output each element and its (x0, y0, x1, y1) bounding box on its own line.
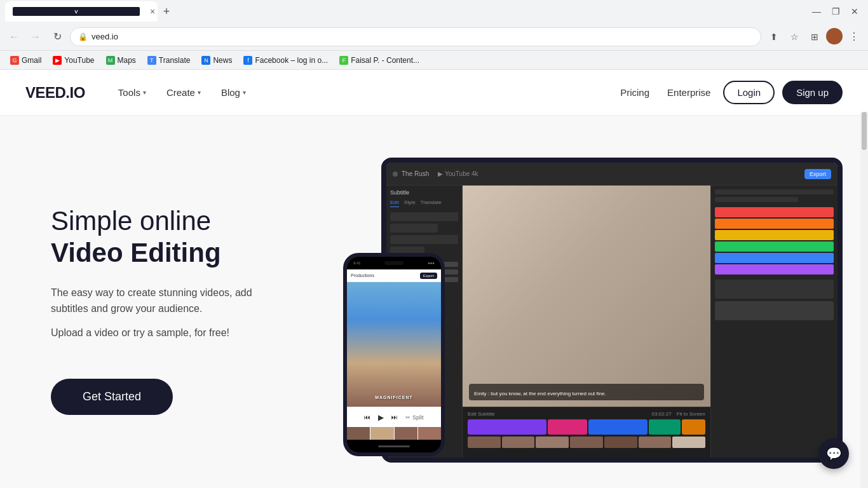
editor-center-panel: Emily : but you know, at the end everyth… (463, 186, 710, 458)
bookmark-maps-label: Maps (118, 56, 136, 65)
nav-blog[interactable]: Blog ▾ (214, 83, 254, 102)
gmail-favicon: G (10, 56, 19, 65)
forward-button[interactable]: → (27, 28, 44, 46)
editor-right-panel (710, 186, 837, 458)
tablet-device-mockup: The Rush ▶ YouTube 4k Export Subtitle Ed… (381, 158, 843, 463)
create-chevron-icon: ▾ (198, 89, 201, 96)
sidebar-button[interactable]: ⊞ (806, 28, 824, 46)
chat-widget-icon: 💬 (826, 446, 842, 461)
color-strip-blue (715, 253, 834, 263)
profile-button[interactable] (826, 28, 843, 44)
tab-close-button[interactable]: × (150, 6, 155, 17)
bookmark-youtube[interactable]: ▶ YouTube (48, 55, 99, 66)
youtube-favicon: ▶ (53, 56, 62, 65)
nav-tools[interactable]: Tools ▾ (111, 83, 154, 102)
timeline-clip-2 (548, 419, 587, 435)
phone-home-bar (347, 440, 441, 452)
panel-row-3 (390, 235, 458, 244)
maximize-button[interactable]: ❐ (827, 3, 844, 20)
bookmark-button[interactable]: ☆ (785, 28, 803, 46)
right-row-2 (715, 197, 798, 202)
phone-strip-4 (418, 427, 441, 440)
phone-time: 9:41 (353, 261, 361, 265)
timeline-clips-row (468, 419, 705, 435)
phone-status-bar: 9:41 ●●● (347, 261, 441, 265)
timeline-clip-1 (468, 419, 546, 435)
refresh-button[interactable]: ↻ (48, 28, 66, 46)
new-tab-button[interactable]: + (158, 3, 175, 20)
close-button[interactable]: ✕ (846, 3, 863, 20)
enterprise-link[interactable]: Enterprise (662, 83, 715, 102)
faisal-favicon: F (339, 56, 348, 65)
video-caption: Emily : but you know, at the end everyth… (469, 384, 704, 400)
phone-export-btn[interactable]: Export (420, 273, 437, 279)
signup-button[interactable]: Sign up (782, 81, 843, 104)
bookmark-faisal[interactable]: F Faisal P. - Content... (334, 55, 424, 66)
timeline-clip-5 (682, 419, 705, 435)
editor-tab-style[interactable]: Style (404, 200, 416, 207)
tools-chevron-icon: ▾ (143, 89, 146, 96)
editor-timeline: Edit Subtitle 03:02:27 Fit to Screen (463, 407, 710, 458)
editor-body: Subtitle Edit Style Translate (386, 186, 837, 458)
bookmark-maps[interactable]: M Maps (101, 55, 141, 66)
minimize-button[interactable]: — (808, 3, 825, 20)
nav-create-label: Create (166, 87, 195, 98)
nav-create[interactable]: Create ▾ (159, 83, 208, 102)
phone-strip-2 (370, 427, 393, 440)
maps-favicon: M (106, 56, 115, 65)
bookmark-news-label: News (213, 56, 232, 65)
editor-platform-text: ▶ YouTube 4k (438, 170, 478, 177)
phone-prev-icon[interactable]: ⏮ (364, 414, 370, 421)
panel-row-2 (390, 224, 438, 233)
phone-inner: 9:41 ●●● Productions Export (347, 257, 441, 452)
scrollbar[interactable] (860, 112, 868, 488)
thumb-6 (639, 437, 672, 448)
thumb-2 (502, 437, 535, 448)
browser-tab[interactable]: V VEED - Online Video Editor - Vid × (5, 1, 158, 22)
site-logo[interactable]: VEED.IO (25, 84, 85, 102)
window-controls: — ❐ ✕ (808, 3, 863, 20)
back-button[interactable]: ← (5, 28, 23, 46)
phone-notch-bar (384, 261, 403, 265)
bookmark-translate[interactable]: T Translate (142, 55, 196, 66)
address-bar[interactable]: 🔒 veed.io (70, 27, 761, 46)
bookmark-news[interactable]: N News (196, 55, 237, 66)
bookmark-gmail[interactable]: G Gmail (5, 55, 46, 66)
nav-links: Tools ▾ Create ▾ Blog ▾ (111, 83, 254, 102)
phone-video-title: MAGNIFICENT (347, 390, 441, 402)
phone-next-icon[interactable]: ⏭ (391, 414, 398, 421)
bookmarks-bar: G Gmail ▶ YouTube M Maps T Translate N N… (0, 51, 868, 70)
editor-title-text: The Rush (402, 170, 429, 177)
thumbnail-strip (468, 437, 705, 448)
timeline-controls: Edit Subtitle 03:02:27 Fit to Screen (468, 411, 705, 417)
color-strip-purple (715, 264, 834, 274)
website-content: VEED.IO Tools ▾ Create ▾ Blog ▾ Pricing … (0, 70, 868, 488)
hero-title-bold: Video Editing (51, 237, 318, 269)
pricing-link[interactable]: Pricing (615, 83, 654, 102)
editor-tab-translate[interactable]: Translate (421, 200, 442, 207)
phone-editor-bar: Productions Export (347, 269, 441, 282)
login-button[interactable]: Login (723, 81, 775, 104)
thumb-5 (604, 437, 637, 448)
lock-icon: 🔒 (78, 32, 88, 41)
share-button[interactable]: ⬆ (765, 28, 783, 46)
menu-button[interactable]: ⋮ (845, 28, 863, 46)
phone-play-icon[interactable]: ▶ (378, 413, 384, 422)
bookmark-youtube-label: YouTube (64, 56, 94, 65)
editor-export-button[interactable]: Export (804, 169, 831, 179)
bookmark-facebook[interactable]: f Facebook – log in o... (238, 55, 333, 66)
nav-blog-label: Blog (221, 87, 240, 98)
get-started-button[interactable]: Get Started (51, 379, 173, 415)
scrollbar-thumb[interactable] (862, 112, 867, 150)
chat-widget-button[interactable]: 💬 (818, 438, 849, 469)
thumb-1 (468, 437, 501, 448)
timeline-clip-3 (588, 419, 648, 435)
phone-split-icon[interactable]: ✂ Split (405, 414, 423, 421)
nav-tools-label: Tools (118, 87, 140, 98)
color-strip-yellow (715, 230, 834, 240)
news-favicon: N (201, 56, 210, 65)
editor-tab-edit[interactable]: Edit (390, 200, 399, 207)
browser-title-bar: V VEED - Online Video Editor - Vid × + —… (0, 0, 868, 23)
hero-image-area: The Rush ▶ YouTube 4k Export Subtitle Ed… (330, 158, 843, 463)
caption-text: Emily : but you know, at the end everyth… (474, 391, 606, 396)
